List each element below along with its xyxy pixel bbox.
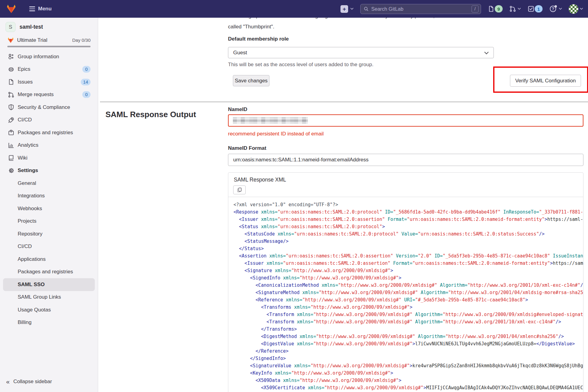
sidebar-item-issues[interactable]: Issues 14 bbox=[0, 76, 98, 88]
sidebar-item-epics[interactable]: Epics 0 bbox=[0, 63, 98, 76]
chevron-down-icon bbox=[559, 8, 562, 10]
collapse-sidebar-label: Collapse sidebar bbox=[13, 379, 52, 385]
clipboard-copy-icon bbox=[237, 187, 242, 192]
sidebar-item-group-information[interactable]: Group information bbox=[0, 50, 98, 63]
sidebar-item-saml-sso[interactable]: SAML SSO bbox=[3, 278, 95, 291]
sidebar-item-wiki[interactable]: Wiki bbox=[0, 152, 98, 164]
todos-count-badge: 1 bbox=[535, 5, 543, 13]
sidebar-item-projects[interactable]: Projects bbox=[0, 215, 98, 228]
issues-count-badge: 14 bbox=[81, 79, 91, 85]
todo-check-icon bbox=[528, 5, 534, 12]
todos-button[interactable]: 1 bbox=[528, 5, 543, 13]
menu-label: Menu bbox=[38, 6, 52, 12]
chevron-down-icon bbox=[518, 8, 521, 10]
sidebar-item-packages[interactable]: Packages and registries bbox=[0, 126, 98, 139]
membership-role-select[interactable]: Guest bbox=[228, 47, 494, 58]
nameid-format-label: NameID Format bbox=[228, 145, 266, 151]
issues-dashboard-button[interactable]: 9 bbox=[488, 5, 503, 13]
sidebar-item-repository[interactable]: Repository bbox=[0, 228, 98, 240]
saml-response-xml-card: SAML Response XML <?xml version="1.0" en… bbox=[228, 172, 583, 392]
group-avatar: S bbox=[5, 22, 16, 32]
user-menu[interactable] bbox=[569, 4, 583, 14]
sidebar: S saml-test Ultimate Trial Day 0/30 Grou… bbox=[0, 18, 98, 392]
tanuki-trial-icon bbox=[7, 37, 14, 43]
sidebar-item-integrations[interactable]: Integrations bbox=[0, 190, 98, 203]
global-search[interactable]: / bbox=[360, 4, 481, 14]
epics-count-badge: 0 bbox=[82, 66, 91, 73]
section-divider bbox=[100, 102, 588, 102]
sidebar-item-applications[interactable]: Applications bbox=[0, 253, 98, 266]
xml-card-title: SAML Response XML bbox=[234, 177, 286, 183]
merge-request-icon bbox=[509, 5, 516, 12]
help-dropdown[interactable]: ? bbox=[549, 5, 562, 13]
issues-icon bbox=[8, 79, 14, 85]
gear-icon bbox=[8, 167, 14, 174]
membership-role-help: This will be set as the access level of … bbox=[228, 62, 373, 68]
nameid-format-input[interactable] bbox=[228, 154, 583, 166]
saml-response-xml-code: <?xml version="1.0" encoding="UTF-8"?><R… bbox=[228, 197, 583, 392]
group-information-icon bbox=[8, 53, 14, 60]
trial-status[interactable]: Ultimate Trial Day 0/30 bbox=[7, 37, 91, 43]
sidebar-item-analytics[interactable]: Analytics bbox=[0, 139, 98, 152]
epics-icon bbox=[8, 66, 14, 73]
notification-dot bbox=[554, 5, 557, 8]
copy-to-clipboard-button[interactable] bbox=[233, 185, 246, 194]
sidebar-item-packages-settings[interactable]: Packages and registries bbox=[0, 266, 98, 279]
chevron-down-icon bbox=[580, 8, 583, 10]
verify-saml-configuration-button[interactable]: Verify SAML Configuration bbox=[510, 75, 581, 87]
saml-fingerprint-help-line2: called "Thumbprint". bbox=[228, 24, 274, 30]
merge-request-icon bbox=[8, 92, 14, 98]
group-header[interactable]: S saml-test bbox=[0, 18, 98, 32]
membership-role-label: Default membership role bbox=[228, 36, 289, 42]
new-item-dropdown[interactable]: + bbox=[340, 5, 354, 13]
svg-text:?: ? bbox=[552, 7, 554, 11]
top-navbar: Menu + / 9 bbox=[0, 0, 588, 18]
trial-label: Ultimate Trial bbox=[17, 37, 47, 43]
issues-count-badge: 9 bbox=[495, 5, 503, 13]
sidebar-item-cicd-settings[interactable]: CI/CD bbox=[0, 240, 98, 253]
sidebar-item-saml-group-links[interactable]: SAML Group Links bbox=[0, 291, 98, 304]
collapse-chevrons-icon: « bbox=[6, 378, 10, 385]
chart-icon bbox=[8, 142, 14, 149]
membership-role-value: Guest bbox=[233, 50, 247, 56]
plus-icon: + bbox=[340, 5, 348, 13]
sidebar-item-general[interactable]: General bbox=[0, 177, 98, 190]
search-icon bbox=[364, 6, 369, 12]
chevron-down-icon bbox=[484, 50, 489, 54]
main-content: SHA1 fingerprint of the SAML token signi… bbox=[98, 0, 588, 392]
sidebar-item-billing[interactable]: Billing bbox=[0, 316, 98, 329]
sidebar-item-settings[interactable]: Settings bbox=[0, 164, 98, 177]
collapse-sidebar-button[interactable]: « Collapse sidebar bbox=[0, 375, 98, 388]
gitlab-logo-icon[interactable] bbox=[6, 4, 16, 14]
shield-icon bbox=[8, 104, 14, 110]
merge-requests-dropdown[interactable] bbox=[509, 5, 521, 12]
sidebar-item-webhooks[interactable]: Webhooks bbox=[0, 202, 98, 215]
sidebar-item-merge-requests[interactable]: Merge requests 0 bbox=[0, 88, 98, 101]
search-input[interactable] bbox=[369, 6, 472, 12]
slash-shortcut-key: / bbox=[472, 5, 479, 13]
sidebar-nav: Group information Epics 0 Issues 14 Merg… bbox=[0, 50, 98, 329]
book-icon bbox=[8, 155, 14, 161]
issues-icon bbox=[488, 5, 494, 12]
package-icon bbox=[8, 129, 14, 136]
nameid-label: NameID bbox=[228, 106, 247, 113]
sidebar-item-usage-quotas[interactable]: Usage Quotas bbox=[0, 304, 98, 316]
rocket-icon bbox=[8, 117, 14, 123]
page-title: SAML Response Output bbox=[105, 110, 196, 119]
nameid-error-text: recommend persistent ID instead of email bbox=[228, 131, 324, 137]
nameid-field-wrap bbox=[228, 114, 583, 127]
menu-button[interactable]: Menu bbox=[29, 6, 52, 12]
merge-requests-count-badge: 0 bbox=[82, 91, 91, 98]
redacted-email-value bbox=[233, 117, 308, 124]
hamburger-icon bbox=[29, 6, 35, 11]
sidebar-item-security-compliance[interactable]: Security & Compliance bbox=[0, 101, 98, 114]
nameid-format-field-wrap bbox=[228, 154, 583, 166]
save-changes-button[interactable]: Save changes bbox=[233, 75, 269, 86]
trial-progress-bar bbox=[7, 46, 91, 47]
group-name: saml-test bbox=[20, 24, 43, 30]
help-icon: ? bbox=[549, 5, 557, 13]
chevron-down-icon bbox=[350, 8, 354, 10]
trial-day-counter: Day 0/30 bbox=[72, 38, 91, 43]
avatar bbox=[569, 4, 578, 14]
sidebar-item-cicd[interactable]: CI/CD bbox=[0, 114, 98, 127]
